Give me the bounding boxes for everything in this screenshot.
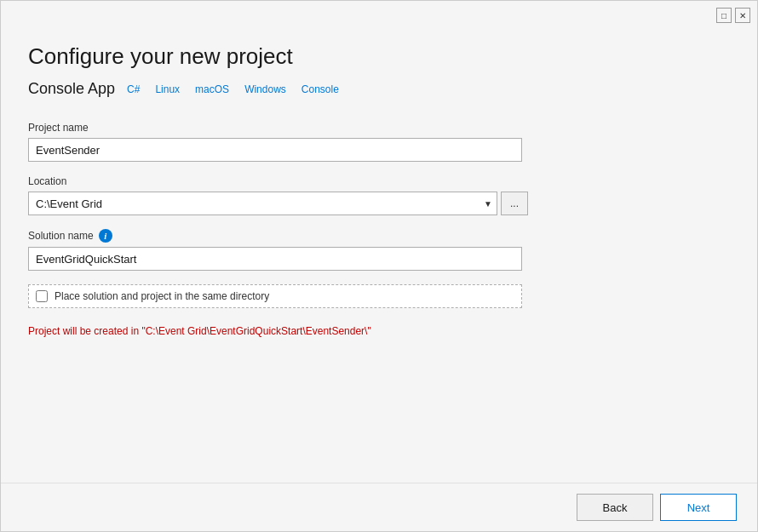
location-row: C:\Event Grid ▼ ...	[28, 192, 730, 215]
configure-project-window: □ ✕ Configure your new project Console A…	[0, 0, 758, 532]
subtitle-row: Console App C# Linux macOS Windows Conso…	[28, 80, 730, 98]
main-content: Configure your new project Console App C…	[1, 23, 757, 483]
page-title: Configure your new project	[28, 43, 730, 70]
location-label: Location	[28, 175, 730, 187]
minimize-button[interactable]: □	[716, 8, 732, 23]
title-bar: □ ✕	[1, 1, 757, 23]
path-info-text: Project will be created in "C:\Event Gri…	[28, 325, 730, 337]
solution-name-label-row: Solution name i	[28, 229, 730, 243]
project-name-label: Project name	[28, 122, 730, 134]
info-icon: i	[99, 229, 112, 243]
location-select[interactable]: C:\Event Grid	[28, 192, 497, 215]
title-bar-controls: □ ✕	[716, 8, 750, 23]
same-directory-checkbox[interactable]	[36, 290, 48, 302]
location-group: Location C:\Event Grid ▼ ...	[28, 175, 730, 215]
bottom-bar: Back Next	[1, 483, 757, 531]
close-button[interactable]: ✕	[735, 8, 750, 23]
minimize-icon: □	[721, 11, 726, 20]
project-name-group: Project name	[28, 122, 730, 162]
tag-linux: Linux	[152, 83, 183, 96]
solution-name-label: Solution name	[28, 230, 94, 242]
tag-macos: macOS	[192, 83, 233, 96]
back-button[interactable]: Back	[577, 494, 653, 521]
solution-name-group: Solution name i	[28, 229, 730, 271]
browse-button[interactable]: ...	[501, 192, 528, 215]
form-section: Project name Location C:\Event Grid ▼ ..…	[28, 122, 730, 337]
tag-console: Console	[298, 83, 342, 96]
project-name-input[interactable]	[28, 138, 522, 162]
next-button[interactable]: Next	[660, 494, 737, 521]
tag-csharp: C#	[123, 83, 143, 96]
close-icon: ✕	[739, 11, 746, 20]
location-select-wrapper: C:\Event Grid ▼	[28, 192, 497, 215]
tag-windows: Windows	[241, 83, 290, 96]
same-directory-label: Place solution and project in the same d…	[55, 290, 269, 302]
same-directory-checkbox-row[interactable]: Place solution and project in the same d…	[28, 284, 522, 308]
solution-name-input[interactable]	[28, 247, 522, 271]
project-type-label: Console App	[28, 80, 115, 98]
